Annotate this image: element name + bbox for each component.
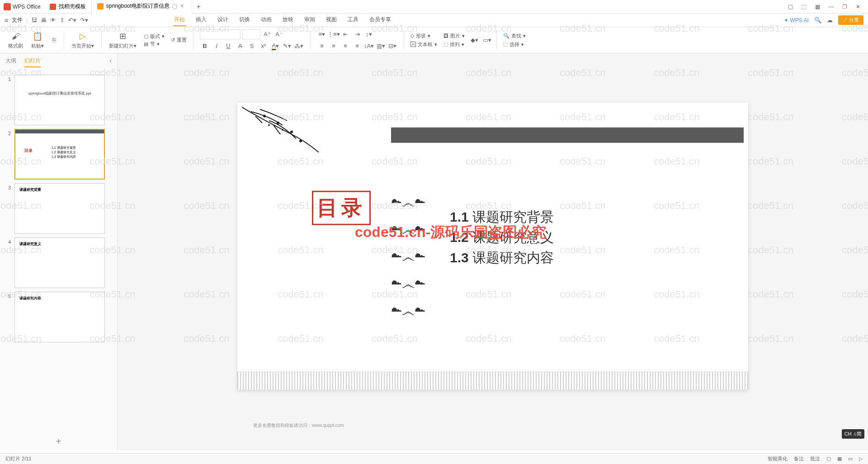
arrange-button[interactable]: ⬚排列▾ xyxy=(442,41,467,48)
tab-animation[interactable]: 动画 xyxy=(260,14,273,26)
tab-tools[interactable]: 工具 xyxy=(347,14,359,26)
tab-view[interactable]: 视图 xyxy=(325,14,338,26)
ime-indicator[interactable]: CH ♫简 xyxy=(842,429,864,439)
tab-home[interactable]: 开始 xyxy=(173,14,186,26)
thumbnail-3[interactable]: 课题研究背景 xyxy=(14,183,105,234)
status-notes[interactable]: 备注 xyxy=(794,455,804,462)
view-reading-icon[interactable]: ▭ xyxy=(848,456,853,462)
slides-tab[interactable]: 幻灯片 xyxy=(24,57,41,67)
strike-icon[interactable]: S xyxy=(247,41,257,51)
presentation-mode-icon[interactable]: ▢ xyxy=(172,3,177,9)
cube-icon[interactable]: ⬚ xyxy=(799,2,808,11)
decrease-font-icon[interactable]: A⁻ xyxy=(274,29,284,39)
superscript-icon[interactable]: x² xyxy=(259,41,269,51)
wps-ai-button[interactable]: ✦ WPS AI xyxy=(784,17,809,24)
close-icon[interactable]: ✕ xyxy=(180,3,186,9)
window-icon[interactable]: ▢ xyxy=(786,2,795,11)
italic-icon[interactable]: I xyxy=(212,41,222,51)
print-preview-icon[interactable]: 👁 xyxy=(50,17,56,24)
redo-icon[interactable]: ↷▾ xyxy=(80,17,88,24)
clear-format-icon[interactable]: ⁂▾ xyxy=(294,41,304,51)
file-menu[interactable]: 文件 xyxy=(12,16,23,24)
svg-point-5 xyxy=(282,129,283,131)
cloud-icon[interactable]: ☁ xyxy=(827,17,833,24)
minimize-icon[interactable]: — xyxy=(826,2,835,11)
font-family-select[interactable] xyxy=(200,29,241,39)
number-list-icon[interactable]: ⋮≡▾ xyxy=(329,29,339,39)
select-button[interactable]: ⬚选择▾ xyxy=(501,41,528,48)
maximize-icon[interactable]: ❐ xyxy=(840,2,849,11)
strikethrough-icon[interactable]: A̶ xyxy=(235,41,245,51)
window-controls: ▢ ⬚ ▦ — ❐ ✕ xyxy=(780,2,868,11)
grid-icon[interactable]: ▦ xyxy=(813,2,822,11)
outline-tab[interactable]: 大纲 xyxy=(5,57,16,67)
line-spacing-icon[interactable]: ↕▾ xyxy=(364,29,374,39)
add-tab-button[interactable]: + xyxy=(192,3,205,11)
print-icon[interactable]: 🖶 xyxy=(41,17,47,24)
status-smart[interactable]: 智能美化 xyxy=(768,455,788,462)
undo-icon[interactable]: ↶▾ xyxy=(68,17,76,24)
close-window-icon[interactable]: ✕ xyxy=(854,2,863,11)
text-direction-icon[interactable]: ↕A▾ xyxy=(364,41,374,51)
tab-templates[interactable]: 找稻壳模板 xyxy=(44,0,92,14)
section-button[interactable]: ▤节▾ xyxy=(142,41,166,47)
view-normal-icon[interactable]: ▢ xyxy=(826,456,831,462)
collapse-panel-icon[interactable]: ‹ xyxy=(109,57,112,67)
align-left-icon[interactable]: ≡ xyxy=(317,41,327,51)
search-icon[interactable]: 🔍 xyxy=(814,17,821,24)
copy-icon[interactable]: ⎘ xyxy=(49,35,59,45)
tab-review[interactable]: 审阅 xyxy=(303,14,316,26)
tab-transition[interactable]: 切换 xyxy=(238,14,251,26)
view-sorter-icon[interactable]: ▦ xyxy=(837,456,842,462)
current-slide[interactable]: 目录 ☁෴☁ ☁෴☁ ☁෴☁ ☁෴☁ ☁෴☁ 1.1 课题研究背景 1.2 课题… xyxy=(237,103,748,390)
fill-color-icon[interactable]: ◆▾ xyxy=(469,35,479,45)
thumbnail-5[interactable]: 课题研究内容 xyxy=(14,292,105,342)
start-current-button[interactable]: ▷当页开始▾ xyxy=(69,31,97,49)
export-icon[interactable]: ⇪ xyxy=(60,17,65,24)
thumbnail-1[interactable]: springboot电影院订票信息管理系统.ppt xyxy=(14,75,105,125)
font-color-icon[interactable]: A▾ xyxy=(270,41,280,51)
paste-button[interactable]: 📋粘贴▾ xyxy=(28,31,47,49)
tab-insert[interactable]: 插入 xyxy=(195,14,208,26)
status-comments[interactable]: 批注 xyxy=(810,455,820,462)
new-slide-button[interactable]: ⊞新建幻灯片▾ xyxy=(106,31,139,49)
tab-slideshow[interactable]: 放映 xyxy=(282,14,294,26)
save-icon[interactable]: 🖫 xyxy=(31,17,37,24)
wps-logo-icon xyxy=(4,3,11,10)
indent-decrease-icon[interactable]: ⇤ xyxy=(340,29,350,39)
outline-color-icon[interactable]: ▭▾ xyxy=(482,35,492,45)
align-center-icon[interactable]: ≡ xyxy=(329,41,339,51)
picture-button[interactable]: 🖼图片▾ xyxy=(442,33,467,39)
svg-point-2 xyxy=(290,131,293,133)
columns-icon[interactable]: ▥▾ xyxy=(376,41,386,51)
tab-member[interactable]: 会员专享 xyxy=(368,14,392,26)
format-painter-button[interactable]: 🖌格式刷 xyxy=(5,31,26,49)
slide-panel: 大纲 幻灯片 ‹ 1 springboot电影院订票信息管理系统.ppt 2 目… xyxy=(0,53,118,450)
align-right-icon[interactable]: ≡ xyxy=(340,41,350,51)
share-button[interactable]: ↗ 分享 xyxy=(838,15,863,25)
tab-document[interactable]: springboot电影院订票信息 ▢ ✕ xyxy=(92,0,192,14)
highlight-icon[interactable]: ✎▾ xyxy=(282,41,292,51)
indent-increase-icon[interactable]: ⇥ xyxy=(352,29,362,39)
align-vertical-icon[interactable]: ⊟▾ xyxy=(387,41,397,51)
reset-button[interactable]: ↺重置 xyxy=(169,37,189,43)
layout-button[interactable]: ▢版式▾ xyxy=(142,33,166,40)
slide-canvas[interactable]: 目录 ☁෴☁ ☁෴☁ ☁෴☁ ☁෴☁ ☁෴☁ 1.1 课题研究背景 1.2 课题… xyxy=(118,53,868,450)
find-button[interactable]: 🔍查找▾ xyxy=(501,33,528,39)
tab-design[interactable]: 设计 xyxy=(217,14,229,26)
svg-point-0 xyxy=(263,115,266,118)
font-size-select[interactable] xyxy=(242,29,260,39)
increase-font-icon[interactable]: A⁺ xyxy=(262,29,272,39)
align-justify-icon[interactable]: ≡ xyxy=(352,41,362,51)
textbox-button[interactable]: A文本框▾ xyxy=(409,41,439,48)
bullet-list-icon[interactable]: ≡▾ xyxy=(317,29,327,39)
cloud-icon: ☁෴☁ xyxy=(391,304,425,320)
shape-button[interactable]: ◇形状▾ xyxy=(409,33,439,39)
bold-icon[interactable]: B xyxy=(200,41,210,51)
thumbnail-4[interactable]: 课题研究意义 xyxy=(14,237,105,288)
view-slideshow-icon[interactable]: ▷ xyxy=(859,456,863,462)
underline-icon[interactable]: U xyxy=(223,41,233,51)
add-slide-button[interactable]: + xyxy=(0,433,117,450)
hamburger-icon[interactable]: ≡ xyxy=(5,17,8,24)
thumbnail-2[interactable]: 目录 1.1 课题研究背景1.2 课题研究意义1.3 课题研究内容 xyxy=(14,129,105,180)
